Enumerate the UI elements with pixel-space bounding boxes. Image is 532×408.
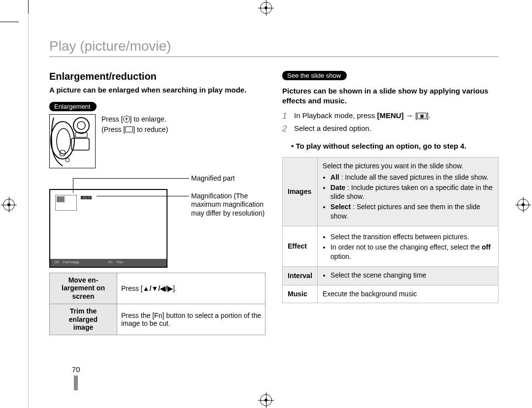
zoom-in-icon	[123, 116, 130, 123]
magnification-value: X1.7	[81, 196, 92, 199]
move-trim-table: Move en- largement on screen Press [▲/▼/…	[49, 273, 266, 336]
zoom-out-icon	[125, 126, 133, 132]
left-column: Enlargement/reduction A picture can be e…	[49, 71, 266, 335]
left-intro: A picture can be enlarged when searching…	[49, 85, 266, 95]
opt-images-key: Images	[283, 157, 318, 226]
pill-enlargement: Enlargement	[49, 102, 97, 111]
row-trim-val: Press the [Fn] button to select a portio…	[117, 304, 266, 335]
row-trim-key: Trim the enlarged image	[50, 304, 117, 335]
opt-effect-key: Effect	[283, 226, 318, 267]
opt-music-val: Execute the background music	[317, 285, 498, 303]
row-move-val: Press [▲/▼/◀/▶].	[117, 273, 266, 304]
dpad-arrows-icon: ▲/▼/◀/▶	[143, 284, 173, 292]
viewer-trim-label: Trim	[116, 260, 123, 264]
page-number: 70	[72, 365, 80, 390]
slideshow-intro: Pictures can be shown in a slide show by…	[282, 86, 499, 106]
steps-list: 1 In Playback mode, press [MENU] → [▣]. …	[282, 111, 499, 134]
svg-point-5	[66, 158, 69, 162]
viewer-ok-label: OK	[54, 260, 59, 264]
viewer-illustration: Magnified part Magnification (The maximu…	[49, 174, 266, 268]
svg-point-0	[73, 118, 89, 133]
viewer-fn-label: Fn	[108, 260, 112, 264]
right-column: See the slide show Pictures can be shown…	[282, 71, 499, 335]
opt-music-key: Music	[283, 285, 318, 303]
opt-interval-val: Select the scene changing time	[317, 266, 498, 285]
options-table: Images Select the pictures you want in t…	[282, 157, 499, 303]
step-2-note: To play without selecting an option, go …	[282, 141, 499, 151]
step-1: 1 In Playback mode, press [MENU] → [▣].	[282, 111, 499, 121]
opt-images-val: Select the pictures you want in the slid…	[317, 157, 498, 226]
label-magnified-part: Magnified part	[191, 174, 235, 183]
page-title: Play (picture/movie)	[49, 38, 499, 57]
opt-interval-key: Interval	[283, 266, 318, 285]
row-move-key: Move en- largement on screen	[50, 273, 117, 304]
svg-point-1	[77, 122, 85, 129]
label-magnification: Magnification (The maximum magnification…	[191, 192, 265, 218]
svg-point-2	[51, 122, 74, 159]
section-enlargement-title: Enlargement/reduction	[49, 71, 266, 82]
pill-slideshow: See the slide show	[282, 71, 347, 80]
step-2: 2 Select a desired option.	[282, 124, 499, 134]
opt-effect-val: Select the transition effects between pi…	[317, 226, 498, 267]
camera-illustration	[49, 114, 96, 168]
magnified-part-indicator	[55, 195, 77, 211]
enlarge-instructions: Press [] to enlarge. (Press [] to reduce…	[101, 114, 168, 168]
playback-icon: ▣	[417, 113, 427, 119]
viewer-full-label: Full Image	[63, 260, 79, 264]
